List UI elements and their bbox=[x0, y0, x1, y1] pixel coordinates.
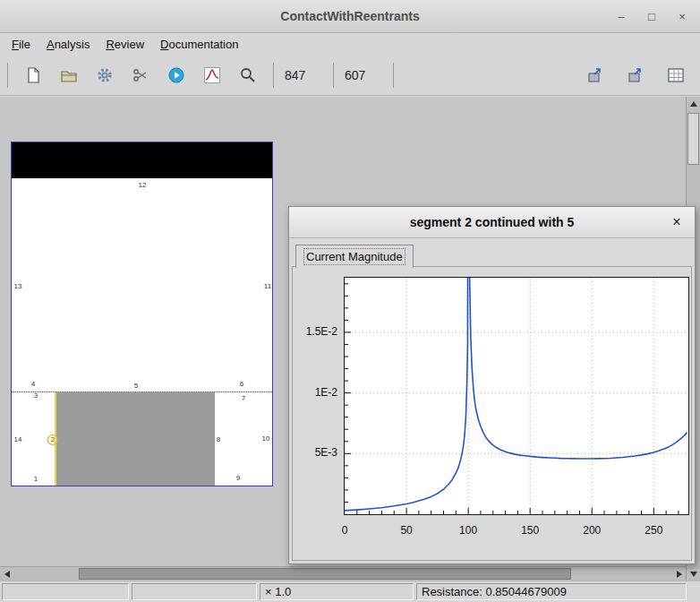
window-title: ContactWithReentrants bbox=[280, 9, 419, 23]
grid-view-icon bbox=[667, 66, 685, 84]
toolbar: 847 607 bbox=[0, 56, 700, 96]
status-zoom: × 1.0 bbox=[260, 583, 414, 600]
geometry-canvas[interactable]: 1213114356714281019 bbox=[11, 142, 273, 486]
black-filled-region[interactable] bbox=[12, 142, 272, 178]
toolbar-separator bbox=[393, 63, 394, 88]
x-axis-tick-label: 200 bbox=[574, 524, 610, 537]
drawing-point-label: 3 bbox=[34, 392, 38, 400]
horizontal-scrollbar-thumb[interactable] bbox=[79, 568, 571, 580]
window-controls: – □ × bbox=[614, 0, 689, 32]
export-snapshot-icon bbox=[586, 66, 604, 84]
drawing-point-label: 6 bbox=[240, 381, 243, 388]
status-cell-2 bbox=[132, 583, 257, 600]
y-axis-tick-label: 1E-2 bbox=[293, 386, 337, 399]
settings-gear-icon bbox=[96, 66, 114, 84]
open-folder-icon bbox=[60, 66, 78, 84]
y-axis-tick-label: 5E-3 bbox=[293, 446, 337, 459]
arrow-left-icon bbox=[4, 571, 10, 578]
vertical-scrollbar-thumb[interactable] bbox=[687, 113, 699, 165]
window-titlebar[interactable]: ContactWithReentrants – □ × bbox=[0, 0, 700, 33]
arrow-up-icon bbox=[690, 101, 697, 107]
export-snapshot-button-1[interactable] bbox=[582, 62, 609, 89]
export-snapshot-button-2[interactable] bbox=[622, 62, 649, 89]
drawing-point-label: 4 bbox=[31, 381, 35, 388]
toolbar-number-field-1[interactable]: 847 bbox=[281, 68, 326, 82]
menu-file[interactable]: File bbox=[4, 35, 38, 54]
tab-label: Current Magnitude bbox=[304, 249, 405, 264]
toolbar-separator bbox=[7, 63, 8, 88]
export-snapshot-icon-2 bbox=[627, 66, 645, 84]
new-document-icon bbox=[24, 66, 42, 84]
minimize-button[interactable]: – bbox=[614, 10, 628, 23]
toolbar-number-field-2[interactable]: 607 bbox=[341, 68, 386, 82]
toolbar-separator bbox=[333, 63, 334, 88]
arrow-right-icon bbox=[677, 571, 682, 578]
drawing-point-label: 8 bbox=[217, 436, 220, 443]
chart-svg[interactable] bbox=[344, 277, 689, 515]
chart-area: 5E-31E-21.5E-2050100150200250 bbox=[292, 266, 692, 561]
drawing-point-label: 1 bbox=[34, 476, 38, 483]
status-resistance: Resistance: 0.85044679009 bbox=[416, 583, 687, 600]
status-bar: × 1.0 Resistance: 0.85044679009 bbox=[0, 580, 700, 602]
run-button[interactable] bbox=[163, 62, 190, 89]
plot-button[interactable] bbox=[199, 62, 226, 89]
cut-button[interactable] bbox=[127, 62, 154, 89]
dialog-title: segment 2 continued with 5 bbox=[410, 215, 575, 229]
x-axis-tick-label: 150 bbox=[512, 524, 548, 537]
menu-documentation[interactable]: Documentation bbox=[152, 35, 246, 54]
y-axis-tick-label: 1.5E-2 bbox=[293, 325, 337, 338]
scroll-right-button[interactable] bbox=[672, 567, 686, 580]
tab-current-magnitude[interactable]: Current Magnitude bbox=[295, 245, 414, 268]
toolbar-separator bbox=[273, 63, 274, 88]
settings-button[interactable] bbox=[91, 62, 118, 89]
dialog-titlebar[interactable]: segment 2 continued with 5 × bbox=[289, 207, 695, 238]
gray-filled-region[interactable] bbox=[55, 392, 215, 486]
drawing-point-label: 14 bbox=[14, 436, 22, 443]
drawing-point-label: 12 bbox=[139, 182, 147, 189]
arrow-down-icon bbox=[690, 572, 697, 577]
drawing-point-label: 11 bbox=[264, 283, 271, 290]
scroll-up-button[interactable] bbox=[687, 97, 700, 110]
drawing-point-label: 10 bbox=[262, 435, 270, 443]
scroll-down-button[interactable] bbox=[687, 567, 700, 580]
horizontal-scrollbar[interactable] bbox=[0, 566, 686, 580]
x-axis-tick-label: 100 bbox=[450, 524, 486, 537]
x-axis-tick-label: 0 bbox=[327, 524, 363, 537]
menu-review[interactable]: Review bbox=[98, 35, 152, 54]
scroll-left-button[interactable] bbox=[0, 567, 13, 580]
menu-bar: File Analysis Review Documentation bbox=[0, 33, 700, 56]
plot-chart-icon bbox=[203, 66, 221, 84]
x-axis-tick-label: 50 bbox=[388, 524, 424, 537]
search-button[interactable] bbox=[235, 62, 261, 89]
drawing-point-label: 9 bbox=[236, 475, 240, 482]
segment-result-dialog: segment 2 continued with 5 × Current Mag… bbox=[288, 206, 696, 564]
search-icon bbox=[239, 66, 257, 84]
status-cell-1 bbox=[2, 583, 129, 600]
drawing-point-label: 13 bbox=[14, 283, 22, 290]
menu-analysis[interactable]: Analysis bbox=[38, 35, 98, 54]
open-file-button[interactable] bbox=[55, 62, 82, 89]
close-button[interactable]: × bbox=[675, 10, 689, 23]
cut-scissors-icon bbox=[132, 66, 149, 84]
x-axis-tick-label: 250 bbox=[636, 524, 671, 537]
grid-view-button[interactable] bbox=[662, 62, 689, 89]
dialog-close-button[interactable]: × bbox=[668, 213, 686, 231]
run-play-icon bbox=[167, 66, 185, 84]
drawing-point-label: 5 bbox=[134, 383, 138, 390]
new-document-button[interactable] bbox=[20, 62, 47, 89]
maximize-button[interactable]: □ bbox=[645, 10, 659, 23]
drawing-point-label: 7 bbox=[242, 395, 245, 402]
